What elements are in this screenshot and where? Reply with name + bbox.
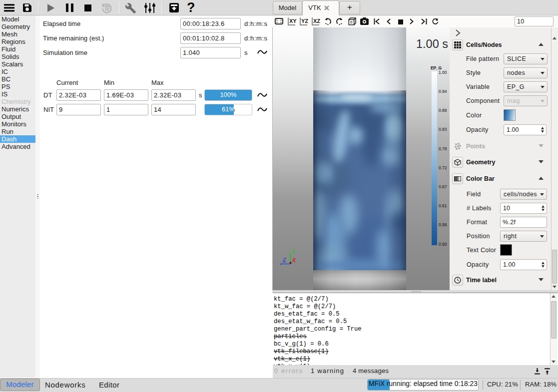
- svg-text:X: X: [292, 257, 296, 263]
- svg-text:Z: Z: [282, 257, 286, 263]
- svg-text:Y: Y: [292, 249, 295, 255]
